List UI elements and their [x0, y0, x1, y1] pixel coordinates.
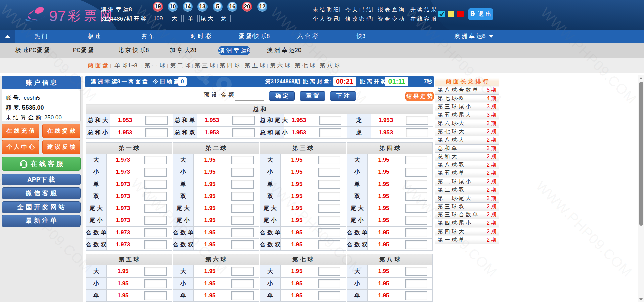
- svg-text:97: 97: [49, 7, 66, 25]
